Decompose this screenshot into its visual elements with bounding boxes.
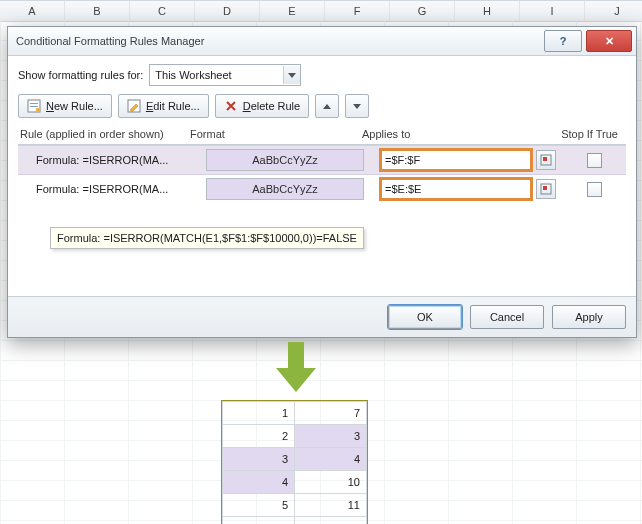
range-picker-button[interactable] — [536, 179, 556, 199]
delete-rule-icon — [224, 99, 238, 113]
help-button[interactable]: ? — [544, 30, 582, 52]
col-header[interactable]: I — [520, 1, 585, 21]
cell[interactable]: 6 — [223, 517, 295, 525]
help-icon: ? — [560, 35, 567, 47]
col-header[interactable]: H — [455, 1, 520, 21]
rules-manager-dialog: Conditional Formatting Rules Manager ? ✕… — [7, 26, 637, 338]
rules-list-header: Rule (applied in order shown) Format App… — [18, 124, 626, 145]
col-format: Format — [190, 128, 362, 140]
svg-rect-2 — [30, 106, 38, 107]
cell[interactable]: 2 — [223, 425, 295, 448]
stop-if-true-checkbox[interactable] — [587, 182, 602, 197]
scope-value: This Worksheet — [150, 69, 283, 81]
rule-label: Formula: =ISERROR(MA... — [18, 154, 206, 166]
format-preview: AaBbCcYyZz — [206, 149, 364, 171]
cell[interactable]: 10 — [295, 471, 367, 494]
col-header[interactable]: G — [390, 1, 455, 21]
toolbar: NNew Rule...ew Rule... Edit Rule... Dele… — [18, 94, 626, 118]
column-headers: A B C D E F G H I J K — [0, 0, 642, 22]
edit-rule-button[interactable]: Edit Rule... — [118, 94, 209, 118]
rule-row[interactable]: Formula: =ISERROR(MA... AaBbCcYyZz =$F:$… — [18, 145, 626, 175]
col-rule: Rule (applied in order shown) — [20, 128, 190, 140]
applies-to-input[interactable]: =$E:$E — [380, 178, 532, 200]
col-header[interactable]: J — [585, 1, 642, 21]
cell[interactable]: 3 — [295, 425, 367, 448]
rule-label: Formula: =ISERROR(MA... — [18, 183, 206, 195]
cell[interactable]: 5 — [223, 494, 295, 517]
range-picker-button[interactable] — [536, 150, 556, 170]
new-rule-icon — [27, 99, 41, 113]
col-header[interactable]: C — [130, 1, 195, 21]
move-down-button[interactable] — [345, 94, 369, 118]
edit-rule-icon — [127, 99, 141, 113]
ok-button[interactable]: OK — [388, 305, 462, 329]
cell[interactable]: 11 — [295, 494, 367, 517]
cell[interactable]: 4 — [295, 448, 367, 471]
range-picker-icon — [540, 154, 552, 166]
result-table: 172334410511612 — [221, 400, 368, 524]
col-header[interactable]: A — [0, 1, 65, 21]
col-header[interactable]: B — [65, 1, 130, 21]
svg-rect-1 — [30, 103, 38, 104]
cancel-button[interactable]: Cancel — [470, 305, 544, 329]
format-preview: AaBbCcYyZz — [206, 178, 364, 200]
delete-rule-button[interactable]: Delete Rule — [215, 94, 310, 118]
close-button[interactable]: ✕ — [586, 30, 632, 52]
col-applies: Applies to — [362, 128, 558, 140]
rule-row[interactable]: Formula: =ISERROR(MA... AaBbCcYyZz =$E:$… — [18, 175, 626, 203]
dialog-title: Conditional Formatting Rules Manager — [16, 35, 540, 47]
dialog-footer: OK Cancel Apply — [8, 296, 636, 337]
col-header[interactable]: F — [325, 1, 390, 21]
dialog-titlebar: Conditional Formatting Rules Manager ? ✕ — [8, 27, 636, 56]
col-header[interactable]: D — [195, 1, 260, 21]
svg-point-3 — [36, 108, 41, 113]
stop-if-true-checkbox[interactable] — [587, 153, 602, 168]
chevron-down-icon — [283, 66, 300, 84]
cell[interactable]: 7 — [295, 402, 367, 425]
cell[interactable]: 4 — [223, 471, 295, 494]
arrow-down-icon — [353, 104, 361, 109]
applies-to-input[interactable]: =$F:$F — [380, 149, 532, 171]
cell[interactable]: 1 — [223, 402, 295, 425]
show-rules-label: Show formatting rules for: — [18, 69, 143, 81]
col-stop: Stop If True — [558, 128, 624, 140]
apply-button[interactable]: Apply — [552, 305, 626, 329]
move-up-button[interactable] — [315, 94, 339, 118]
close-icon: ✕ — [605, 35, 614, 48]
svg-rect-8 — [543, 186, 547, 190]
arrow-down-illustration — [276, 342, 316, 394]
arrow-up-icon — [323, 104, 331, 109]
cell[interactable]: 12 — [295, 517, 367, 525]
svg-rect-6 — [543, 157, 547, 161]
range-picker-icon — [540, 183, 552, 195]
cell[interactable]: 3 — [223, 448, 295, 471]
new-rule-button[interactable]: NNew Rule...ew Rule... — [18, 94, 112, 118]
scope-combo[interactable]: This Worksheet — [149, 64, 301, 86]
col-header[interactable]: E — [260, 1, 325, 21]
formula-tooltip: Formula: =ISERROR(MATCH(E1,$F$1:$F$10000… — [50, 227, 364, 249]
